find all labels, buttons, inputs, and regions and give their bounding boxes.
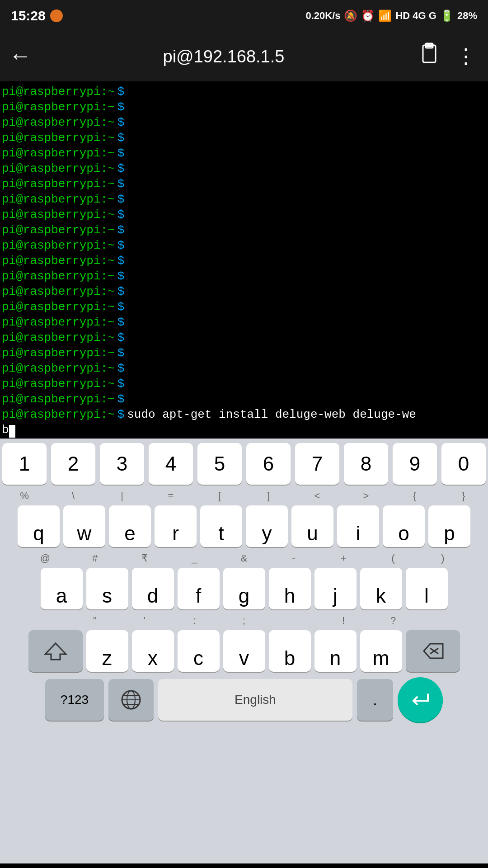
terminal-line: pi@raspberrypi:~$ xyxy=(2,161,486,176)
enter-key[interactable] xyxy=(398,677,443,722)
clipboard-icon[interactable] xyxy=(416,39,443,74)
key-8[interactable]: 8 xyxy=(344,443,388,485)
key-r[interactable]: r xyxy=(155,505,197,547)
sym-greater-than: > xyxy=(344,490,388,502)
key-o[interactable]: o xyxy=(383,505,425,547)
key-9[interactable]: 9 xyxy=(393,443,437,485)
back-button[interactable]: ← xyxy=(9,39,32,74)
sym-plus: + xyxy=(321,552,366,564)
svg-marker-3 xyxy=(45,643,66,660)
network-speed: 0.20K/s xyxy=(305,10,340,22)
key-f[interactable]: f xyxy=(178,568,220,609)
symbol-row-1: % \ | = [ ] < > { } xyxy=(0,490,488,502)
terminal-line: pi@raspberrypi:~$ xyxy=(2,315,486,330)
status-bar: 15:28 0.20K/s 🔕 ⏰ 📶 HD 4G G 🔋 28% xyxy=(0,0,488,32)
sym-close-brace: } xyxy=(441,490,486,502)
key-0[interactable]: 0 xyxy=(441,443,486,485)
cursor-line: b xyxy=(2,422,486,438)
key-6[interactable]: 6 xyxy=(246,443,291,485)
period-label: . xyxy=(373,690,377,709)
terminal-line: pi@raspberrypi:~$ xyxy=(2,284,486,299)
keyboard: 1 2 3 4 5 6 7 8 9 0 % \ | = [ ] < > { } … xyxy=(0,439,488,863)
mute-icon: 🔕 xyxy=(344,9,357,22)
sym-pipe: | xyxy=(100,490,144,502)
backspace-key[interactable] xyxy=(406,630,460,672)
sym-backslash: \ xyxy=(51,490,95,502)
sym-open-bracket: [ xyxy=(197,490,242,502)
spacebar[interactable]: English xyxy=(158,679,352,721)
terminal-line: pi@raspberrypi:~$ xyxy=(2,146,486,161)
sym-ampersand: & xyxy=(221,552,267,564)
sym-percent: % xyxy=(2,490,47,502)
more-options-icon[interactable]: ⋮ xyxy=(452,40,479,73)
key-q[interactable]: q xyxy=(18,505,60,547)
battery-icon: 🔋 xyxy=(440,9,454,22)
key-v[interactable]: v xyxy=(223,630,265,672)
terminal-line: pi@raspberrypi:~$ xyxy=(2,115,486,130)
cursor-char: b xyxy=(2,423,9,437)
key-2[interactable]: 2 xyxy=(51,443,95,485)
shift-key[interactable] xyxy=(28,630,83,672)
globe-key[interactable] xyxy=(108,679,154,721)
terminal-line: pi@raspberrypi:~$ xyxy=(2,207,486,222)
key-5[interactable]: 5 xyxy=(197,443,242,485)
number-row: 1 2 3 4 5 6 7 8 9 0 xyxy=(0,443,488,485)
key-m[interactable]: m xyxy=(360,630,402,672)
period-key[interactable]: . xyxy=(357,679,393,721)
key-x[interactable]: x xyxy=(132,630,174,672)
key-c[interactable]: c xyxy=(178,630,220,672)
key-k[interactable]: k xyxy=(360,568,402,609)
terminal-line: pi@raspberrypi:~$ xyxy=(2,376,486,392)
terminal-line: pi@raspberrypi:~$ xyxy=(2,269,486,284)
sym-equals: = xyxy=(149,490,193,502)
sym-less-than: < xyxy=(295,490,339,502)
key-b[interactable]: b xyxy=(269,630,311,672)
sym-close-bracket: ] xyxy=(246,490,291,502)
key-7[interactable]: 7 xyxy=(295,443,339,485)
key-u[interactable]: u xyxy=(291,505,333,547)
key-4[interactable]: 4 xyxy=(149,443,193,485)
nav-bar: ← pi@192.168.1.5 ⋮ xyxy=(0,32,488,81)
alarm-icon: ⏰ xyxy=(361,9,375,22)
command-text: sudo apt-get install deluge-web deluge-w… xyxy=(127,407,416,422)
sym-semicolon: ; xyxy=(221,615,267,627)
key-3[interactable]: 3 xyxy=(100,443,144,485)
key-j[interactable]: j xyxy=(314,568,357,609)
signal-info: HD 4G G xyxy=(395,10,436,22)
key-l[interactable]: l xyxy=(406,568,448,609)
key-1[interactable]: 1 xyxy=(2,443,47,485)
sym-minus: - xyxy=(271,552,316,564)
key-y[interactable]: y xyxy=(246,505,288,547)
key-i[interactable]: i xyxy=(337,505,379,547)
num-pad-key[interactable]: ?123 xyxy=(45,679,104,721)
back-icon: ← xyxy=(14,44,27,70)
terminal-line: pi@raspberrypi:~$ xyxy=(2,299,486,315)
terminal[interactable]: pi@raspberrypi:~$ pi@raspberrypi:~$ pi@r… xyxy=(0,81,488,439)
key-e[interactable]: e xyxy=(109,505,151,547)
key-d[interactable]: d xyxy=(132,568,174,609)
sym-quote: " xyxy=(72,615,117,627)
key-g[interactable]: g xyxy=(223,568,265,609)
terminal-line: pi@raspberrypi:~$ xyxy=(2,253,486,269)
sym-open-brace: { xyxy=(393,490,437,502)
sym-close-paren: ) xyxy=(420,552,465,564)
status-left: 15:28 xyxy=(11,8,63,24)
key-w[interactable]: w xyxy=(63,505,105,547)
key-a[interactable]: a xyxy=(41,568,83,609)
key-t[interactable]: t xyxy=(200,505,242,547)
key-z[interactable]: z xyxy=(86,630,128,672)
key-h[interactable]: h xyxy=(269,568,311,609)
terminal-line: pi@raspberrypi:~$ xyxy=(2,238,486,253)
terminal-line: pi@raspberrypi:~$ xyxy=(2,345,486,361)
terminal-line: pi@raspberrypi:~$ xyxy=(2,361,486,376)
spacebar-label: English xyxy=(235,693,276,707)
sym-colon: : xyxy=(172,615,217,627)
key-s[interactable]: s xyxy=(86,568,128,609)
terminal-line: pi@raspberrypi:~$ xyxy=(2,192,486,207)
key-p[interactable]: p xyxy=(428,505,470,547)
nav-title: pi@192.168.1.5 xyxy=(41,47,407,66)
key-n[interactable]: n xyxy=(314,630,357,672)
symbol-row-3: " ' : ; ! ? xyxy=(0,615,488,627)
svg-rect-2 xyxy=(426,44,433,47)
terminal-line: pi@raspberrypi:~$ xyxy=(2,330,486,345)
